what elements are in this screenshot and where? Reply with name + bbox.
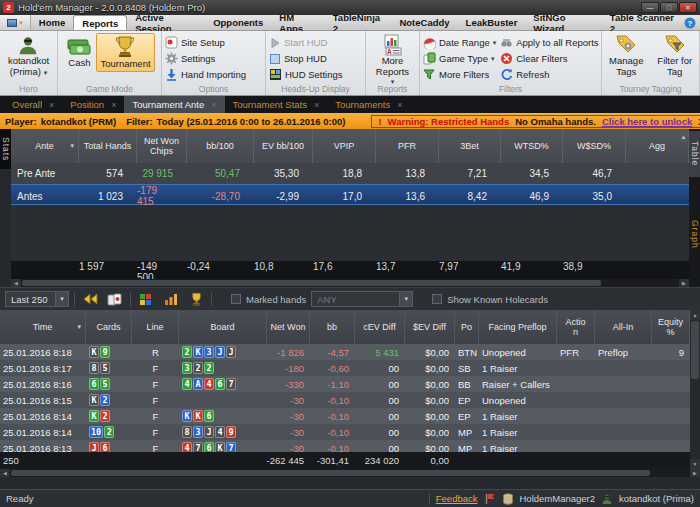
menu-tab-home[interactable]: Home [31,15,73,30]
hero-user-button[interactable]: kotandkot(Prima) ▾ [5,33,52,79]
hands-column-header-time[interactable]: Time▾ [0,310,86,344]
hand-row[interactable]: 25.01.2016 8:15K2F-30-0,1000$0,00EPUnope… [0,392,690,408]
close-tab-icon[interactable]: × [49,100,54,110]
scroll-right-icon[interactable]: ▶ [690,469,700,477]
stats-column-header-ev-bb-100[interactable]: EV bb/100 [254,129,313,163]
hand-row[interactable]: 25.01.2016 8:1785F322-180-0,6000$0,00SB1… [0,360,690,376]
stats-column-header-net-won-chips[interactable]: Net Won Chips [137,129,187,163]
replay-hand-button[interactable] [80,291,100,308]
stats-column-header-ante[interactable]: Ante▾ [11,129,79,163]
report-tab-tournament-ante[interactable]: Tournament Ante× [124,96,224,113]
clear-filters-button[interactable]: Clear Filters [500,51,598,66]
stats-column-header-total-hands[interactable]: Total Hands [79,129,137,163]
scrollbar-thumb[interactable] [11,470,650,476]
stats-horizontal-scrollbar[interactable]: ◀ ▶ [11,279,689,287]
show-holecards-checkbox[interactable] [432,294,442,304]
hands-column-header-cev-diff[interactable]: cEV Diff [355,310,405,344]
stats-column-header-3bet[interactable]: 3Bet [439,129,501,163]
hands-column-header-facing-preflop[interactable]: Facing Preflop [479,310,557,344]
stats-column-header-w$sd%[interactable]: W$SD% [563,129,626,163]
tournament-button[interactable]: Tournament [96,33,154,72]
menu-tab-sitngo-wizard[interactable]: SitNGo Wizard [525,15,601,30]
hand-row[interactable]: 25.01.2016 8:1665F4A467-330-1,1000$0,00B… [0,376,690,392]
scroll-up-icon[interactable]: ▲ [679,131,688,142]
report-tab-position[interactable]: Position× [62,96,124,113]
menu-tab-leakbuster[interactable]: LeakBuster [458,15,526,30]
hand-importing-button[interactable]: Hand Importing [165,67,246,82]
settings-button[interactable]: Settings [165,51,246,66]
menu-tab-tableninja-2[interactable]: TableNinja 2 [325,15,392,30]
feedback-link[interactable]: Feedback [436,493,478,504]
close-tab-icon[interactable]: × [211,100,216,110]
logged-in-user[interactable]: kotandkot (Prima) [619,493,694,504]
hands-column-header-$ev-diff[interactable]: $EV Diff [405,310,455,344]
sort-arrow-icon[interactable]: ▾ [77,323,81,331]
hands-column-header-board[interactable]: Board [179,310,267,344]
scrollbar-thumb[interactable] [691,321,699,379]
site-setup-button[interactable]: Site Setup [165,35,246,50]
hands-column-header-line[interactable]: Line [132,310,179,344]
unlock-link[interactable]: Click here to unlock [602,116,692,127]
menu-tab-reports[interactable]: Reports [73,15,127,30]
close-tab-icon[interactable]: × [314,100,319,110]
hands-vertical-scrollbar[interactable]: ▲ ▼ [690,310,700,469]
report-tab-overall[interactable]: Overall× [4,96,62,113]
hand-row[interactable]: 25.01.2016 8:14K2FKK6-30-0,1000$0,00EP1 … [0,408,690,424]
menu-tab-table-scanner-2[interactable]: Table Scanner 2 [602,15,684,30]
scroll-down-icon[interactable]: ▼ [690,459,700,469]
column-dropdown-icon[interactable]: ▾ [70,142,74,150]
table-side-tab[interactable]: Table [689,131,700,177]
tourney-view-button[interactable] [186,291,206,308]
stats-side-tab[interactable]: Stats [0,129,11,169]
marked-hands-select[interactable]: ANY ▾ [311,291,413,307]
stats-row-pre-ante[interactable]: Pre Ante57429 91550,4735,3018,813,87,213… [11,163,689,184]
menu-tab-opponents[interactable]: Opponents [205,15,271,30]
scroll-left-icon[interactable]: ◀ [11,279,21,287]
menu-tab-notecaddy[interactable]: NoteCaddy [391,15,457,30]
report-tab-tournament-stats[interactable]: Tournament Stats× [225,96,328,113]
hands-column-header-cards[interactable]: Cards [86,310,132,344]
start-hud-button[interactable]: Start HUD [269,35,343,50]
close-tab-icon[interactable]: × [111,100,116,110]
stats-column-header-pfr[interactable]: PFR [376,129,439,163]
close-button[interactable]: ✕ [679,2,697,13]
show-cards-button[interactable] [105,291,125,308]
help-button[interactable]: ? [684,15,696,30]
hand-row[interactable]: 25.01.2016 8:18K9R2K3JJ-1 826-4,575 431$… [0,344,690,360]
chart-view-button[interactable] [161,291,181,308]
database-name[interactable]: HoldemManager2 [520,493,596,504]
stop-hud-button[interactable]: Stop HUD [269,51,343,66]
stats-column-header-vpip[interactable]: VPIP [313,129,376,163]
hand-row[interactable]: 25.01.2016 8:13J6F476K7-30-0,1000$0,00MP… [0,440,690,452]
hands-horizontal-scrollbar[interactable]: ◀ ▶ [0,469,700,477]
hand-range-select[interactable]: Last 250 ▾ [5,291,69,307]
app-menu-button[interactable]: ▾ [0,15,31,30]
scroll-right-icon[interactable]: ▶ [679,279,689,287]
stats-row-antes[interactable]: Antes1 023-179 415-28,70-2,9917,013,68,4… [11,184,689,205]
filter-for-tag-button[interactable]: Filter for Tag [654,33,697,79]
stats-column-header-bb-100[interactable]: bb/100 [187,129,254,163]
hand-row[interactable]: 25.01.2016 8:14102F83J49-30-0,1000$0,00M… [0,424,690,440]
refresh-button[interactable]: Refresh [500,67,598,82]
game-type-button[interactable]: Game Type▾ [423,51,496,66]
hands-column-header-bb[interactable]: bb [310,310,355,344]
graph-side-tab[interactable]: Graph [689,211,700,257]
close-tab-icon[interactable]: × [397,100,402,110]
marked-hands-checkbox[interactable] [231,294,241,304]
hands-column-header-po[interactable]: Po [455,310,479,344]
date-range-button[interactable]: Date Range▾ [423,35,496,50]
menu-tab-active-session[interactable]: Active Session [127,15,205,30]
manage-tags-button[interactable]: Manage Tags [605,33,648,79]
cash-button[interactable]: Cash [64,37,94,70]
hands-column-header-action[interactable]: Action [557,310,595,344]
scrollbar-thumb[interactable] [22,280,601,286]
grid-view-button[interactable] [136,291,156,308]
apply-all-reports-button[interactable]: Apply to all Reports [500,35,598,50]
more-filters-button[interactable]: More Filters [423,67,496,82]
hands-column-header-net-won[interactable]: Net Won [267,310,310,344]
more-reports-button[interactable]: A More Reports ▾ [369,33,416,87]
hud-settings-button[interactable]: HUD Settings [269,67,343,82]
scroll-left-icon[interactable]: ◀ [0,469,10,477]
hands-column-header-equity-%[interactable]: Equity % [652,310,690,344]
report-tab-tournaments[interactable]: Tournaments× [327,96,410,113]
